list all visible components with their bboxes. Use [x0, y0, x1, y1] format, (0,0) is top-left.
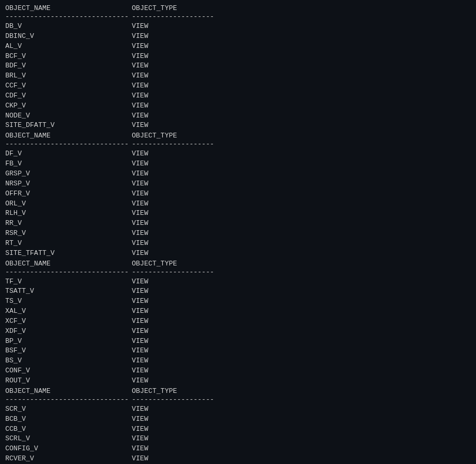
object-type-cell: VIEW	[132, 404, 148, 414]
table-row: BSF_VVIEW	[5, 346, 471, 356]
table-row: BRL_VVIEW	[5, 71, 471, 81]
table-row: SITE_TFATT_VVIEW	[5, 249, 471, 259]
object-name-cell: BP_V	[5, 337, 132, 347]
section-1: OBJECT_NAMEOBJECT_TYPE------------------…	[5, 4, 471, 131]
header-object-name: OBJECT_NAME	[5, 387, 132, 395]
table-row: CCB_VVIEW	[5, 424, 471, 435]
object-type-cell: VIEW	[132, 111, 148, 121]
table-row: BCF_VVIEW	[5, 52, 471, 62]
object-type-cell: VIEW	[132, 287, 148, 297]
object-name-cell: RT_V	[5, 239, 132, 249]
table-row: FB_VVIEW	[5, 159, 471, 169]
header-row: OBJECT_NAMEOBJECT_TYPE	[5, 4, 471, 12]
table-row: ROUT_VVIEW	[5, 376, 471, 386]
header-row: OBJECT_NAMEOBJECT_TYPE	[5, 387, 471, 395]
object-name-cell: DF_V	[5, 149, 132, 159]
table-row: CKP_VVIEW	[5, 101, 471, 111]
table-row: DB_VVIEW	[5, 22, 471, 32]
divider-row: ----------------------------------------…	[5, 268, 471, 276]
object-name-cell: CCF_V	[5, 81, 132, 91]
table-row: DBINC_VVIEW	[5, 32, 471, 42]
object-type-cell: VIEW	[132, 121, 148, 131]
object-type-cell: VIEW	[132, 169, 148, 179]
object-name-cell: CONFIG_V	[5, 444, 132, 454]
object-type-cell: VIEW	[132, 71, 148, 81]
table-row: NRSP_VVIEW	[5, 179, 471, 189]
table-row: TF_VVIEW	[5, 277, 471, 287]
header-object-type: OBJECT_TYPE	[132, 260, 177, 268]
object-type-cell: VIEW	[132, 376, 148, 386]
section-4: OBJECT_NAMEOBJECT_TYPE------------------…	[5, 387, 471, 464]
table-row: CCF_VVIEW	[5, 81, 471, 91]
object-name-cell: RSR_V	[5, 229, 132, 239]
divider-name: ------------------------------	[5, 13, 132, 21]
object-name-cell: TF_V	[5, 277, 132, 287]
table-row: XAL_VVIEW	[5, 307, 471, 317]
header-object-name: OBJECT_NAME	[5, 4, 132, 12]
object-name-cell: DBINC_V	[5, 32, 132, 42]
object-name-cell: OFFR_V	[5, 189, 132, 199]
object-name-cell: SITE_DFATT_V	[5, 121, 132, 131]
object-type-cell: VIEW	[132, 32, 148, 42]
object-name-cell: ROUT_V	[5, 376, 132, 386]
object-type-cell: VIEW	[132, 414, 148, 424]
table-row: ORL_VVIEW	[5, 199, 471, 209]
object-type-cell: VIEW	[132, 229, 148, 239]
object-type-cell: VIEW	[132, 149, 148, 159]
object-type-cell: VIEW	[132, 209, 148, 219]
table-row: DF_VVIEW	[5, 149, 471, 159]
object-name-cell: XCF_V	[5, 317, 132, 327]
table-row: XCF_VVIEW	[5, 317, 471, 327]
divider-type: --------------------	[132, 13, 214, 21]
object-name-cell: BDF_V	[5, 61, 132, 71]
object-name-cell: AL_V	[5, 42, 132, 52]
table-row: RSR_VVIEW	[5, 229, 471, 239]
table-row: SCRL_VVIEW	[5, 434, 471, 444]
object-type-cell: VIEW	[132, 101, 148, 111]
table-row: RR_VVIEW	[5, 219, 471, 229]
table-row: BP_VVIEW	[5, 337, 471, 347]
table-row: RCVER_VVIEW	[5, 454, 471, 464]
table-row: CONF_VVIEW	[5, 366, 471, 376]
table-row: AL_VVIEW	[5, 42, 471, 52]
divider-row: ----------------------------------------…	[5, 396, 471, 403]
object-name-cell: SCR_V	[5, 404, 132, 414]
object-type-cell: VIEW	[132, 61, 148, 71]
divider-type: --------------------	[132, 268, 214, 276]
object-name-cell: GRSP_V	[5, 169, 132, 179]
object-type-cell: VIEW	[132, 337, 148, 347]
object-type-cell: VIEW	[132, 454, 148, 464]
object-name-cell: CDF_V	[5, 91, 132, 101]
object-type-cell: VIEW	[132, 424, 148, 435]
table-row: BDF_VVIEW	[5, 61, 471, 71]
table-row: TS_VVIEW	[5, 297, 471, 307]
object-name-cell: RR_V	[5, 219, 132, 229]
table-row: SITE_DFATT_VVIEW	[5, 121, 471, 131]
terminal: OBJECT_NAMEOBJECT_TYPE------------------…	[0, 0, 476, 464]
header-object-type: OBJECT_TYPE	[132, 387, 177, 395]
table-row: GRSP_VVIEW	[5, 169, 471, 179]
object-type-cell: VIEW	[132, 434, 148, 444]
header-object-name: OBJECT_NAME	[5, 260, 132, 268]
object-name-cell: DB_V	[5, 22, 132, 32]
object-type-cell: VIEW	[132, 22, 148, 32]
object-type-cell: VIEW	[132, 249, 148, 259]
object-name-cell: NRSP_V	[5, 179, 132, 189]
header-row: OBJECT_NAMEOBJECT_TYPE	[5, 132, 471, 140]
header-row: OBJECT_NAMEOBJECT_TYPE	[5, 260, 471, 268]
section-3: OBJECT_NAMEOBJECT_TYPE------------------…	[5, 260, 471, 386]
table-row: BCB_VVIEW	[5, 414, 471, 424]
divider-name: ------------------------------	[5, 396, 132, 403]
object-name-cell: ORL_V	[5, 199, 132, 209]
divider-type: --------------------	[132, 396, 214, 403]
object-name-cell: BCF_V	[5, 52, 132, 62]
object-type-cell: VIEW	[132, 297, 148, 307]
object-name-cell: TSATT_V	[5, 287, 132, 297]
table-row: CONFIG_VVIEW	[5, 444, 471, 454]
object-type-cell: VIEW	[132, 277, 148, 287]
object-name-cell: RLH_V	[5, 209, 132, 219]
object-name-cell: CONF_V	[5, 366, 132, 376]
object-type-cell: VIEW	[132, 346, 148, 356]
object-type-cell: VIEW	[132, 52, 148, 62]
object-type-cell: VIEW	[132, 307, 148, 317]
